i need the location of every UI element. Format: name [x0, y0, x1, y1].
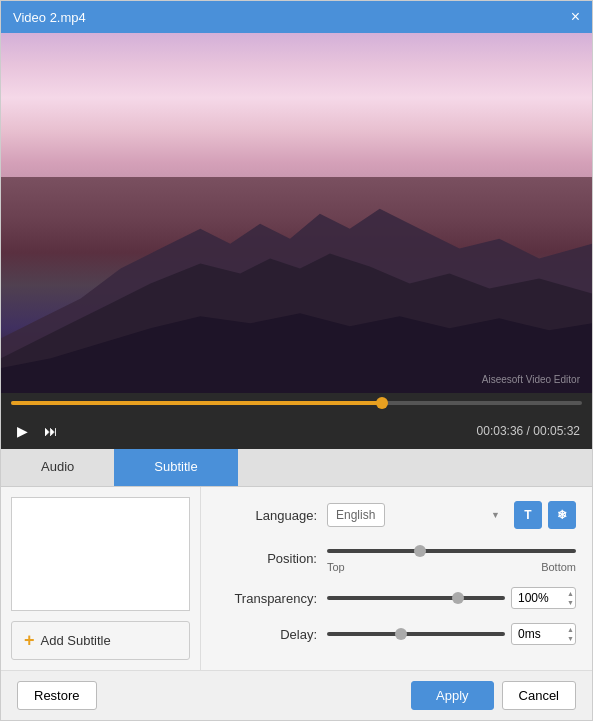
- progress-thumb[interactable]: [376, 397, 388, 409]
- delay-arrows: ▲ ▼: [567, 623, 574, 645]
- apply-button[interactable]: Apply: [411, 681, 494, 710]
- delay-row: Delay: ▲ ▼: [217, 623, 576, 645]
- play-button[interactable]: ▶: [13, 421, 32, 441]
- close-button[interactable]: ×: [571, 9, 580, 25]
- position-label-bottom: Bottom: [541, 561, 576, 573]
- time-separator: /: [523, 424, 533, 438]
- progress-track[interactable]: [11, 401, 582, 405]
- language-select-wrapper: English: [327, 503, 508, 527]
- settings-panel: Language: English T ❄ Position:: [201, 487, 592, 670]
- transparency-down-arrow[interactable]: ▼: [567, 598, 574, 607]
- position-slider-track[interactable]: [327, 543, 576, 559]
- delay-slider-thumb[interactable]: [395, 628, 407, 640]
- transparency-label: Transparency:: [217, 591, 317, 606]
- position-label-top: Top: [327, 561, 345, 573]
- total-time: 00:05:32: [533, 424, 580, 438]
- transparency-up-arrow[interactable]: ▲: [567, 589, 574, 598]
- cancel-button[interactable]: Cancel: [502, 681, 576, 710]
- position-slider-bg: [327, 549, 576, 553]
- transparency-slider-track[interactable]: [327, 590, 505, 606]
- position-label: Position:: [217, 551, 317, 566]
- restore-button[interactable]: Restore: [17, 681, 97, 710]
- main-window: Video 2.mp4 × Aiseesoft Video Editor ▶ ⏭…: [0, 0, 593, 721]
- subtitle-list-panel: + Add Subtitle: [1, 487, 201, 670]
- transparency-container: ▲ ▼: [327, 587, 576, 609]
- delay-slider-bg: [327, 632, 505, 636]
- text-style-button[interactable]: T: [514, 501, 542, 529]
- language-select-container: English T ❄: [327, 501, 576, 529]
- footer-left: Restore: [17, 681, 97, 710]
- controls-bar: ▶ ⏭ 00:03:36 / 00:05:32: [1, 413, 592, 449]
- language-select[interactable]: English: [327, 503, 385, 527]
- content-area: + Add Subtitle Language: English T ❄: [1, 487, 592, 670]
- add-subtitle-label: Add Subtitle: [41, 633, 111, 648]
- delay-slider-track[interactable]: [327, 626, 505, 642]
- language-row: Language: English T ❄: [217, 501, 576, 529]
- footer-right: Apply Cancel: [411, 681, 576, 710]
- snowflake-button[interactable]: ❄: [548, 501, 576, 529]
- add-subtitle-button[interactable]: + Add Subtitle: [11, 621, 190, 660]
- delay-down-arrow[interactable]: ▼: [567, 634, 574, 643]
- mountain-silhouette: [1, 159, 592, 393]
- forward-button[interactable]: ⏭: [40, 421, 62, 441]
- delay-value-wrapper: ▲ ▼: [511, 623, 576, 645]
- transparency-value-wrapper: ▲ ▼: [511, 587, 576, 609]
- footer: Restore Apply Cancel: [1, 670, 592, 720]
- position-slider-container: Top Bottom: [327, 543, 576, 573]
- time-display: 00:03:36 / 00:05:32: [477, 424, 580, 438]
- current-time: 00:03:36: [477, 424, 524, 438]
- transparency-slider-thumb[interactable]: [452, 592, 464, 604]
- delay-up-arrow[interactable]: ▲: [567, 625, 574, 634]
- position-slider-thumb[interactable]: [414, 545, 426, 557]
- language-label: Language:: [217, 508, 317, 523]
- video-preview: Aiseesoft Video Editor: [1, 33, 592, 393]
- title-bar: Video 2.mp4 ×: [1, 1, 592, 33]
- progress-bar-container[interactable]: [1, 393, 592, 413]
- window-title: Video 2.mp4: [13, 10, 86, 25]
- transparency-row: Transparency: ▲ ▼: [217, 587, 576, 609]
- tabs-container: Audio Subtitle: [1, 449, 592, 487]
- video-watermark: Aiseesoft Video Editor: [482, 374, 580, 385]
- position-row: Position: Top Bottom: [217, 543, 576, 573]
- delay-container: ▲ ▼: [327, 623, 576, 645]
- subtitle-list-box: [11, 497, 190, 611]
- plus-icon: +: [24, 630, 35, 651]
- progress-filled: [11, 401, 382, 405]
- transparency-arrows: ▲ ▼: [567, 587, 574, 609]
- tab-subtitle[interactable]: Subtitle: [114, 449, 237, 486]
- tab-audio[interactable]: Audio: [1, 449, 114, 486]
- delay-label: Delay:: [217, 627, 317, 642]
- transparency-slider-bg: [327, 596, 505, 600]
- position-slider-labels: Top Bottom: [327, 561, 576, 573]
